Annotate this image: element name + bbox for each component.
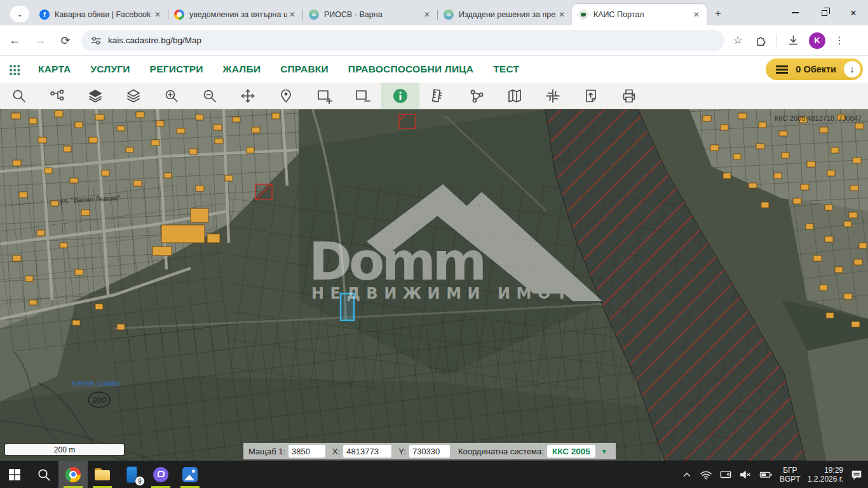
kais-icon: [578, 10, 588, 20]
extensions-icon[interactable]: [754, 34, 768, 48]
tool-routes-button[interactable]: [38, 83, 76, 109]
tool-zoom-in-button[interactable]: [153, 83, 191, 109]
action-center-icon[interactable]: [850, 468, 863, 481]
map-canvas[interactable]: Domm НЕДВИЖИМИ ИМОТИ ККС 2005 4813718, 7…: [0, 109, 868, 461]
close-tab-icon[interactable]: ✕: [422, 10, 432, 20]
tool-print-button[interactable]: [610, 83, 648, 109]
wifi-icon[interactable]: [700, 469, 712, 480]
scale-input[interactable]: [288, 445, 325, 458]
browser-tab-google-search[interactable]: уведомления за вятърна це ✕: [168, 4, 302, 25]
tool-map-sheets-button[interactable]: [496, 83, 534, 109]
nav-item-karta[interactable]: КАРТА: [38, 64, 71, 75]
display-cast-icon[interactable]: [719, 469, 732, 480]
layers-filled-icon: [87, 88, 104, 104]
x-coordinate-input[interactable]: [343, 445, 391, 458]
tool-coordinates-button[interactable]: [534, 83, 572, 109]
wave-icon: ≋: [309, 10, 319, 20]
start-button[interactable]: [0, 461, 29, 488]
back-button[interactable]: ←: [4, 30, 25, 51]
crosshair-axes-icon: [545, 88, 561, 104]
chrome-icon: [65, 467, 81, 482]
minimize-icon: [792, 12, 799, 13]
pan-icon: [240, 88, 256, 104]
site-navigation: КАРТА УСЛУГИ РЕГИСТРИ ЖАЛБИ СПРАВКИ ПРАВ…: [0, 56, 868, 83]
tool-select-remove-button[interactable]: [343, 83, 381, 109]
close-tab-icon[interactable]: ✕: [691, 10, 702, 20]
printer-icon: [621, 88, 637, 104]
nav-item-zhalbi[interactable]: ЖАЛБИ: [223, 64, 261, 75]
objects-button[interactable]: 0 Обекти ↓: [766, 58, 863, 80]
time-label: 19:29: [808, 466, 843, 475]
tool-layers-button[interactable]: [114, 83, 153, 109]
arrow-down-icon: ↓: [850, 64, 855, 74]
window-restore-button[interactable]: [810, 0, 839, 25]
photos-icon: [182, 467, 198, 482]
speaker-muted-icon[interactable]: [739, 469, 752, 480]
tool-measure-button[interactable]: [419, 83, 458, 109]
date-label: 1.2.2026 г.: [808, 475, 843, 484]
address-bar[interactable]: kais.cadastre.bg/bg/Map: [81, 30, 724, 51]
tool-zoom-out-button[interactable]: [191, 83, 229, 109]
site-settings-icon[interactable]: [90, 35, 102, 46]
close-tab-icon[interactable]: ✕: [557, 10, 567, 20]
browser-tab-decisions[interactable]: ≋ Издадени решения за пре ✕: [437, 4, 572, 25]
objects-expand-button[interactable]: ↓: [844, 61, 860, 78]
road-number-label: 200: [92, 395, 106, 405]
close-tab-icon[interactable]: ✕: [153, 10, 163, 20]
rectangle-plus-icon: [316, 88, 332, 104]
layers-icon: [125, 88, 142, 104]
taskbar-search-button[interactable]: [29, 461, 58, 488]
nav-item-uslugi[interactable]: УСЛУГИ: [90, 64, 130, 75]
tool-pan-button[interactable]: [229, 83, 267, 109]
tool-layers-filled-button[interactable]: [76, 83, 114, 109]
tool-identify-button[interactable]: [381, 83, 419, 109]
taskbar-phone-link-button[interactable]: 9: [117, 461, 146, 488]
y-label: Y:: [398, 447, 406, 456]
taskbar-viber-button[interactable]: [146, 461, 175, 488]
downloads-icon[interactable]: [786, 34, 800, 48]
browser-menu-icon[interactable]: ⋮: [834, 34, 844, 46]
language-indicator[interactable]: БГР BGPT: [780, 466, 801, 484]
browser-tab-facebook[interactable]: f Каварна обяви | Facebook ✕: [33, 4, 168, 25]
taskbar-photos-button[interactable]: [175, 461, 205, 488]
rectangle-minus-icon: [354, 88, 370, 104]
tab-title: Издадени решения за пре: [459, 10, 557, 19]
y-coordinate-input[interactable]: [409, 445, 450, 458]
profile-avatar[interactable]: K: [809, 32, 825, 49]
forward-button[interactable]: →: [29, 30, 51, 51]
tab-search-button[interactable]: ⌄: [10, 6, 29, 22]
clock[interactable]: 19:29 1.2.2026 г.: [808, 466, 843, 484]
url-text[interactable]: kais.cadastre.bg/bg/Map: [108, 36, 201, 45]
tool-search-button[interactable]: [0, 83, 38, 109]
tool-share-button[interactable]: [458, 83, 496, 109]
nav-item-registri[interactable]: РЕГИСТРИ: [150, 64, 203, 75]
tool-export-button[interactable]: [572, 83, 610, 109]
objects-count-label: 0 Обекти: [796, 64, 836, 74]
taskbar-explorer-button[interactable]: [88, 461, 117, 488]
nav-item-pravosposobni-litsa[interactable]: ПРАВОСПОСОБНИ ЛИЦА: [348, 64, 473, 75]
browser-tab-riosv[interactable]: ≋ РИОСВ - Варна ✕: [302, 4, 437, 25]
browser-tab-kais-active[interactable]: КАИС Портал ✕: [572, 4, 707, 25]
scale-label: Мащаб 1:: [248, 447, 285, 456]
nav-item-test[interactable]: ТЕСТ: [493, 64, 519, 75]
crs-dropdown-icon[interactable]: ▼: [601, 448, 607, 455]
language-secondary: BGPT: [780, 475, 801, 484]
window-minimize-button[interactable]: [780, 0, 810, 25]
taskbar-chrome-button[interactable]: [58, 461, 88, 488]
reload-button[interactable]: ⟳: [55, 30, 76, 51]
watermark-title: Domm: [309, 231, 484, 292]
close-tab-icon[interactable]: ✕: [287, 10, 297, 20]
battery-charging-icon[interactable]: [759, 469, 773, 480]
new-tab-button[interactable]: ＋: [709, 4, 727, 22]
toolbar-divider: [776, 34, 777, 47]
tool-select-add-button[interactable]: [305, 83, 343, 109]
nav-item-spravki[interactable]: СПРАВКИ: [280, 64, 329, 75]
tab-title: Каварна обяви | Facebook: [55, 10, 153, 19]
bookmark-star-icon[interactable]: ☆: [731, 34, 745, 48]
tray-chevron-up-icon[interactable]: [681, 469, 693, 480]
crs-select[interactable]: ККС 2005: [547, 445, 595, 458]
tool-locate-button[interactable]: [267, 83, 305, 109]
apps-grid-icon[interactable]: [9, 64, 20, 75]
info-icon: [392, 88, 409, 104]
window-close-button[interactable]: ✕: [839, 0, 868, 25]
